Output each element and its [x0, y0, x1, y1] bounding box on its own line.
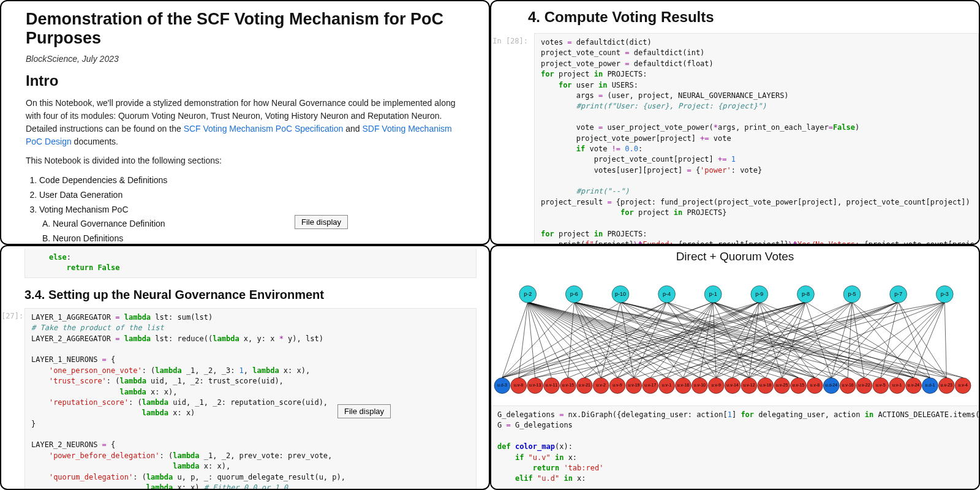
code-cell: [27]: LAYER_1_AGGREGATOR = lambda lst: s… [1, 308, 477, 490]
svg-line-0 [502, 302, 528, 377]
svg-text:p-2: p-2 [524, 291, 532, 297]
section-heading: 3.4. Setting up the Neural Governance En… [24, 288, 477, 302]
panel-graph: Direct + Quorum Votes p-2p-6p-10p-4p-1p-… [490, 245, 980, 490]
svg-text:u.v-15: u.v-15 [793, 383, 804, 387]
code-block[interactable]: LAYER_1_AGGREGATOR = lambda lst: sum(lst… [24, 308, 477, 490]
intro-paragraph-2: This Notebook is divided into the follow… [26, 154, 470, 167]
svg-text:u.v-8: u.v-8 [810, 383, 820, 387]
svg-line-121 [899, 302, 947, 377]
svg-line-45 [528, 302, 684, 377]
svg-line-102 [574, 302, 880, 377]
toc-item: Voting Mechanism PoC Neural Governance D… [39, 203, 470, 245]
svg-text:p-4: p-4 [663, 291, 671, 297]
svg-text:u.v-25: u.v-25 [776, 383, 788, 387]
svg-line-85 [667, 302, 815, 377]
svg-text:u.v-6: u.v-6 [514, 383, 524, 387]
svg-text:u.v-2: u.v-2 [596, 383, 606, 387]
svg-text:u.v-23: u.v-23 [941, 383, 952, 387]
svg-line-38 [528, 302, 650, 377]
svg-line-72 [528, 302, 766, 377]
network-graph: p-2p-6p-10p-4p-1p-9p-8p-5p-7p-3 u.d-3u.v… [491, 263, 979, 404]
graph-title: Direct + Quorum Votes [491, 246, 979, 263]
svg-text:u.v-21: u.v-21 [579, 383, 590, 387]
svg-text:u.v-13: u.v-13 [529, 383, 541, 387]
svg-text:u.v-11: u.v-11 [546, 383, 557, 387]
code-block[interactable]: votes = defaultdict(dict) project_vote_c… [534, 33, 979, 245]
panel-compute-results: 4. Compute Voting Results In [28]: votes… [490, 0, 980, 245]
svg-text:u.v-12: u.v-12 [743, 383, 755, 387]
svg-line-120 [852, 302, 946, 377]
page-title: Demonstration of the SCF Voting Mechanis… [26, 10, 470, 48]
svg-text:u.d-24: u.d-24 [825, 383, 837, 387]
svg-text:u.v-18: u.v-18 [677, 383, 689, 387]
svg-line-119 [760, 302, 946, 377]
svg-line-32 [528, 302, 634, 377]
svg-line-22 [528, 302, 601, 377]
code-block-top[interactable]: else: return False [24, 249, 477, 278]
toc-list: Code Dependencies & Definitions User Dat… [39, 173, 470, 245]
section-heading: 4. Compute Voting Results [528, 9, 979, 26]
svg-text:u.v-9: u.v-9 [612, 383, 622, 387]
svg-text:u.v-5: u.v-5 [876, 383, 886, 387]
svg-text:u.v-22: u.v-22 [858, 383, 870, 387]
svg-line-7 [519, 302, 528, 377]
file-display-button[interactable]: File display [295, 215, 348, 229]
code-block[interactable]: G_delegations = nx.DiGraph({delegating_u… [491, 405, 979, 489]
toc-subitem: Neuron Definitions Quorum Delegation Rep… [53, 232, 470, 245]
link-spec[interactable]: SCF Voting Mechanism PoC Specification [184, 124, 344, 134]
intro-heading: Intro [26, 72, 470, 89]
panel-intro: Demonstration of the SCF Voting Mechanis… [0, 0, 490, 245]
svg-text:p-7: p-7 [894, 291, 902, 297]
intro-paragraph-1: On this Notebook, we'll provide a styliz… [26, 97, 470, 148]
svg-line-50 [528, 302, 700, 377]
code-cell: In [28]: votes = defaultdict(dict) proje… [491, 33, 979, 245]
svg-text:u.v-19: u.v-19 [628, 383, 639, 387]
toc-item: User Data Generation [39, 188, 470, 203]
file-display-button[interactable]: File display [337, 404, 391, 418]
svg-text:u.v-4: u.v-4 [958, 383, 968, 387]
svg-text:u.v-15: u.v-15 [562, 383, 574, 387]
svg-text:p-9: p-9 [755, 291, 763, 297]
svg-text:u.v-1: u.v-1 [892, 383, 902, 387]
panel-neural-env: else: return False 3.4. Setting up the N… [0, 245, 490, 490]
svg-text:u.d-1: u.d-1 [925, 383, 935, 387]
svg-text:u.v-1: u.v-1 [662, 383, 672, 387]
svg-text:u.v-16: u.v-16 [760, 383, 771, 387]
svg-text:p-10: p-10 [615, 291, 626, 297]
svg-text:p-1: p-1 [709, 291, 717, 297]
toc-item: Code Dependencies & Definitions [39, 173, 470, 188]
svg-text:u.v-16: u.v-16 [842, 383, 853, 387]
svg-text:p-3: p-3 [941, 291, 949, 297]
svg-text:u.v-24: u.v-24 [908, 383, 919, 387]
svg-text:p-8: p-8 [802, 291, 810, 297]
input-prompt: In [28]: [491, 33, 534, 245]
subtitle: BlockScience, July 2023 [26, 54, 470, 64]
svg-line-96 [713, 302, 848, 377]
svg-line-122 [944, 302, 946, 377]
svg-text:p-6: p-6 [570, 291, 578, 297]
svg-text:u.v-10: u.v-10 [694, 383, 706, 387]
svg-text:u.v-14: u.v-14 [726, 383, 738, 387]
svg-text:p-5: p-5 [848, 291, 856, 297]
svg-text:u.v-17: u.v-17 [644, 383, 656, 387]
svg-line-108 [620, 302, 914, 377]
input-prompt: [27]: [1, 308, 24, 490]
toc-subitem: Neural Governance Definition [53, 217, 470, 232]
svg-line-115 [713, 302, 930, 377]
svg-line-113 [574, 302, 930, 377]
svg-text:u.v-9: u.v-9 [711, 383, 721, 387]
svg-text:u.d-3: u.d-3 [497, 383, 507, 387]
